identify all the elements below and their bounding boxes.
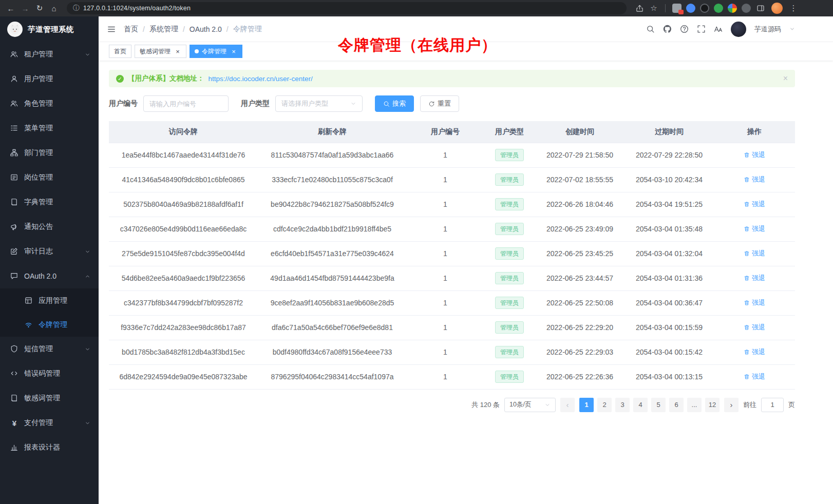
browser-menu-icon[interactable]: ⋮ (787, 2, 800, 15)
user-type-select[interactable]: 请选择用户类型 (275, 95, 363, 112)
help-icon[interactable] (680, 25, 689, 33)
sidebar-item-pay[interactable]: ¥支付管理 (0, 411, 99, 435)
user-type-tag: 管理员 (495, 297, 524, 309)
force-logout-button[interactable]: 强退 (744, 372, 765, 381)
alert-doc-link[interactable]: https://doc.iocoder.cn/user-center/ (209, 75, 313, 83)
access-token-cell: b0d1785bc3a8482f812db4a3f3bd15ec (109, 340, 258, 364)
extension-4-icon[interactable] (714, 4, 723, 13)
breadcrumb-item[interactable]: 首页 (124, 25, 138, 34)
sidebar-item-tenant[interactable]: 租户管理 (0, 42, 99, 67)
edit-icon (10, 247, 18, 256)
access-token-cell: 1ea5e44f8bc1467aaede43144f31de76 (109, 143, 258, 167)
force-logout-button[interactable]: 强退 (744, 298, 765, 307)
sidebar-item-sms[interactable]: 短信管理 (0, 337, 99, 361)
chevron-down-icon[interactable] (789, 26, 795, 32)
page-button-5[interactable]: 5 (651, 398, 666, 412)
tab-close-icon[interactable]: × (174, 48, 181, 55)
share-icon[interactable] (633, 2, 646, 15)
breadcrumb-item[interactable]: 系统管理 (149, 25, 178, 34)
access-token-cell: 54d6be82ee5a460a9aedc1f9bf223656 (109, 266, 258, 290)
page-button-3[interactable]: 3 (615, 398, 630, 412)
user-icon (10, 75, 18, 83)
refresh-token-cell: 49d1aa46d1454fbd87591444423be9fa (258, 266, 407, 290)
user-avatar[interactable] (731, 22, 746, 37)
sidebar-item-oauth2[interactable]: OAuth 2.0 (0, 264, 99, 288)
alert-close-icon[interactable]: × (783, 74, 788, 83)
force-logout-button[interactable]: 强退 (744, 274, 765, 283)
force-logout-button[interactable]: 强退 (744, 347, 765, 357)
users-icon (10, 100, 18, 108)
search-button[interactable]: 搜索 (375, 95, 414, 112)
column-header: 刷新令牌 (258, 121, 407, 143)
user-id-input[interactable] (143, 95, 229, 112)
page-size-select[interactable]: 10条/页 (504, 398, 556, 412)
extension-1-icon[interactable] (672, 4, 681, 13)
more-pages-button[interactable]: ... (687, 398, 702, 412)
reset-button[interactable]: 重置 (420, 95, 459, 112)
expire-time-cell: 2054-03-04 19:51:25 (624, 192, 714, 217)
hamburger-icon[interactable] (107, 25, 116, 34)
sidebar-item-oauth2-token[interactable]: 令牌管理 (0, 313, 99, 337)
sidebar-item-role[interactable]: 角色管理 (0, 91, 99, 116)
force-logout-button[interactable]: 强退 (744, 224, 765, 234)
signal-icon (25, 321, 33, 329)
bookmark-star-icon[interactable]: ☆ (647, 2, 660, 15)
force-logout-button[interactable]: 强退 (744, 150, 765, 160)
tab-close-icon[interactable]: × (230, 48, 237, 55)
side-panel-icon[interactable] (754, 2, 767, 15)
next-page-button[interactable]: › (724, 398, 739, 412)
sidebar-item-label: 应用管理 (39, 296, 90, 305)
header-actions: 芋道源码 (646, 22, 795, 37)
sidebar-item-sensitive-word[interactable]: 敏感词管理 (0, 386, 99, 411)
extension-5-icon[interactable] (728, 4, 737, 13)
url-bar[interactable]: ⓘ 127.0.0.1:1024/system/oauth2/token (67, 2, 627, 14)
back-icon[interactable]: ← (4, 2, 17, 15)
sidebar-item-report-designer[interactable]: 报表设计器 (0, 435, 99, 460)
page-button-4[interactable]: 4 (633, 398, 648, 412)
sidebar-item-dept[interactable]: 部门管理 (0, 141, 99, 165)
user-type-tag: 管理员 (495, 321, 524, 334)
sidebar-item-error-code[interactable]: 错误码管理 (0, 361, 99, 386)
font-size-icon[interactable] (714, 25, 723, 33)
tab-oauth2-token[interactable]: 令牌管理× (190, 45, 242, 58)
page-button-6[interactable]: 6 (669, 398, 684, 412)
sidebar-item-user[interactable]: 用户管理 (0, 67, 99, 91)
sidebar-item-label: OAuth 2.0 (24, 272, 82, 280)
force-logout-button[interactable]: 强退 (744, 323, 765, 332)
page-button-2[interactable]: 2 (597, 398, 612, 412)
fullscreen-icon[interactable] (697, 25, 706, 33)
sidebar-item-post[interactable]: 岗位管理 (0, 165, 99, 190)
doc-alert: ✓ 【用户体系】文档地址： https://doc.iocoder.cn/use… (109, 70, 795, 87)
app-logo[interactable]: 芋道管理系统 (0, 16, 99, 42)
tab-sensitive-word[interactable]: 敏感词管理× (135, 45, 186, 58)
goto-page-input[interactable] (761, 398, 784, 412)
browser-profile-avatar[interactable] (771, 3, 783, 14)
force-logout-button[interactable]: 强退 (744, 175, 765, 184)
forward-icon[interactable]: → (18, 2, 32, 15)
reload-icon[interactable]: ↻ (33, 2, 46, 15)
force-logout-button[interactable]: 强退 (744, 200, 765, 209)
force-logout-label: 强退 (752, 224, 765, 234)
extension-3-icon[interactable] (700, 4, 709, 13)
page-button-12[interactable]: 12 (705, 398, 720, 412)
goto-suffix: 页 (788, 400, 795, 410)
username[interactable]: 芋道源码 (754, 25, 781, 34)
page-button-1[interactable]: 1 (579, 398, 594, 412)
github-icon[interactable] (663, 25, 672, 33)
sidebar-item-audit-log[interactable]: 审计日志 (0, 239, 99, 264)
force-logout-button[interactable]: 强退 (744, 249, 765, 258)
extension-6-icon[interactable] (742, 4, 751, 13)
sidebar-item-menu[interactable]: 菜单管理 (0, 116, 99, 141)
user-type-tag: 管理员 (495, 346, 524, 358)
breadcrumb-item[interactable]: OAuth 2.0 (190, 25, 222, 33)
prev-page-button[interactable]: ‹ (560, 398, 575, 412)
sidebar-item-dict[interactable]: 字典管理 (0, 190, 99, 215)
search-icon[interactable] (646, 25, 655, 33)
sidebar-item-oauth2-app[interactable]: 应用管理 (0, 288, 99, 313)
site-info-icon[interactable]: ⓘ (73, 4, 80, 13)
home-icon[interactable]: ⌂ (47, 2, 61, 15)
tab-home[interactable]: 首页 (109, 45, 131, 58)
extension-2-icon[interactable] (686, 4, 695, 13)
sidebar-item-notice[interactable]: 通知公告 (0, 215, 99, 239)
user-id-cell: 1 (407, 266, 484, 290)
